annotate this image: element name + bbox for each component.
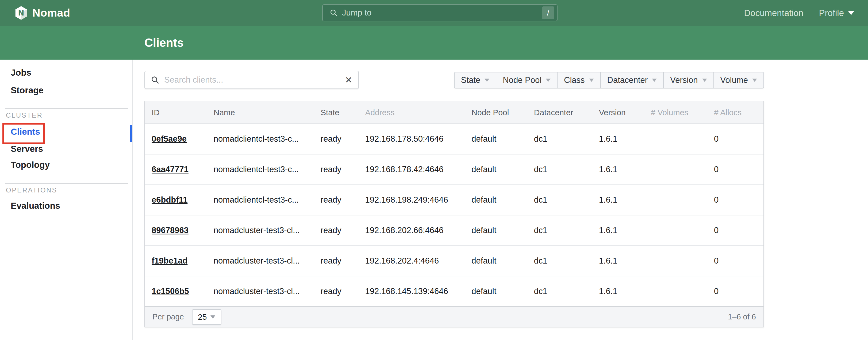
sidebar-item-storage[interactable]: Storage [11,85,43,95]
chevron-down-icon [702,79,707,82]
pagination-range: 1–6 of 6 [728,312,756,321]
client-node-pool: default [471,286,534,296]
search-icon [330,9,338,17]
sidebar-item-evaluations[interactable]: Evaluations [11,201,60,211]
client-datacenter: dc1 [534,195,599,205]
table-row[interactable]: 1c1506b5 nomadcluster-test3-cl... ready … [145,276,764,307]
client-name: nomadclientcl-test3-c... [214,134,321,144]
client-state: ready [321,286,365,296]
client-id-link[interactable]: 0ef5ae9e [152,134,187,144]
client-name: nomadclientcl-test3-c... [214,195,321,205]
per-page-select[interactable]: 25 [192,309,221,325]
client-state: ready [321,134,365,144]
slash-shortcut-hint: / [542,6,554,19]
client-state: ready [321,225,365,235]
client-node-pool: default [471,225,534,235]
search-icon [151,75,159,84]
client-id-link[interactable]: e6bdbf11 [152,195,187,205]
column-header-allocs: # Allocs [714,108,764,117]
jump-to-input[interactable] [342,8,542,18]
client-id-link[interactable]: 1c1506b5 [152,286,189,296]
sidebar-item-jobs[interactable]: Jobs [11,68,31,78]
sidebar-divider [5,108,128,109]
sidebar-section-cluster: CLUSTER [6,112,43,119]
filter-node-pool[interactable]: Node Pool [496,72,558,89]
client-address: 192.168.178.50:4646 [365,134,471,144]
clear-search-icon[interactable]: ✕ [345,75,353,85]
client-node-pool: default [471,165,534,174]
client-node-pool: default [471,195,534,205]
client-address: 192.168.202.4:4646 [365,256,471,266]
client-version: 1.6.1 [599,286,651,296]
filter-version[interactable]: Version [663,72,714,89]
table-row[interactable]: 6aa47771 nomadclientcl-test3-c... ready … [145,154,764,185]
column-header-volumes: # Volumes [651,108,714,117]
brand-home-link[interactable]: N Nomad [15,0,70,26]
sidebar-item-servers[interactable]: Servers [11,144,43,154]
client-version: 1.6.1 [599,225,651,235]
filter-class[interactable]: Class [557,72,601,89]
client-allocs: 0 [714,195,764,205]
client-allocs: 0 [714,165,764,174]
table-row[interactable]: f19be1ad nomadcluster-test3-cl... ready … [145,246,764,276]
sidebar-section-operations: OPERATIONS [6,186,57,194]
client-allocs: 0 [714,134,764,144]
profile-menu-button[interactable]: Profile [819,8,854,18]
chevron-down-icon [848,11,854,15]
filter-datacenter[interactable]: Datacenter [600,72,664,89]
chevron-down-icon [211,315,215,319]
links-divider [811,8,811,19]
column-header-node-pool[interactable]: Node Pool [471,108,534,117]
client-version: 1.6.1 [599,165,651,174]
filter-volume[interactable]: Volume [713,72,764,89]
clients-search-input[interactable] [164,75,340,85]
profile-label: Profile [819,8,844,18]
chevron-down-icon [652,79,657,82]
clients-search-box: ✕ [145,71,359,89]
column-header-name[interactable]: Name [214,108,321,117]
client-name: nomadclientcl-test3-c... [214,165,321,174]
client-id-link[interactable]: f19be1ad [152,256,187,266]
client-id-link[interactable]: 6aa47771 [152,165,188,174]
client-allocs: 0 [714,256,764,266]
nomad-clients-page: N Nomad / Documentation Profile Cli [0,0,868,340]
client-datacenter: dc1 [534,286,599,296]
table-row[interactable]: 89678963 nomadcluster-test3-cl... ready … [145,215,764,246]
chevron-down-icon [546,79,551,82]
filter-bar: State Node Pool Class Datacenter Version… [454,72,764,89]
table-row[interactable]: e6bdbf11 nomadclientcl-test3-c... ready … [145,185,764,215]
chevron-down-icon [485,79,489,82]
client-datacenter: dc1 [534,256,599,266]
top-right-links: Documentation Profile [744,0,854,26]
top-nav-bar: N Nomad / Documentation Profile [0,0,868,26]
client-name: nomadcluster-test3-cl... [214,286,321,296]
per-page-label: Per page [152,312,184,321]
client-version: 1.6.1 [599,256,651,266]
client-version: 1.6.1 [599,134,651,144]
documentation-link[interactable]: Documentation [744,8,803,18]
per-page-value: 25 [198,312,207,321]
client-state: ready [321,256,365,266]
client-id-link[interactable]: 89678963 [152,225,188,235]
client-datacenter: dc1 [534,225,599,235]
client-allocs: 0 [714,286,764,296]
client-address: 192.168.145.139:4646 [365,286,471,296]
annotation-highlight-box [2,123,45,144]
sidebar-item-topology[interactable]: Topology [11,160,50,170]
column-header-state[interactable]: State [321,108,365,117]
active-item-indicator [130,125,132,142]
jump-to-search: / [322,4,558,21]
client-state: ready [321,165,365,174]
client-datacenter: dc1 [534,134,599,144]
filter-state[interactable]: State [454,72,496,89]
column-header-id[interactable]: ID [145,108,214,117]
clients-table: ID Name State Address Node Pool Datacent… [145,101,764,328]
column-header-version[interactable]: Version [599,108,651,117]
table-row[interactable]: 0ef5ae9e nomadclientcl-test3-c... ready … [145,124,764,154]
page-title: Clients [145,26,184,60]
client-address: 192.168.202.66:4646 [365,225,471,235]
client-address: 192.168.178.42:4646 [365,165,471,174]
column-header-datacenter[interactable]: Datacenter [534,108,599,117]
client-datacenter: dc1 [534,165,599,174]
column-header-address: Address [365,108,471,117]
